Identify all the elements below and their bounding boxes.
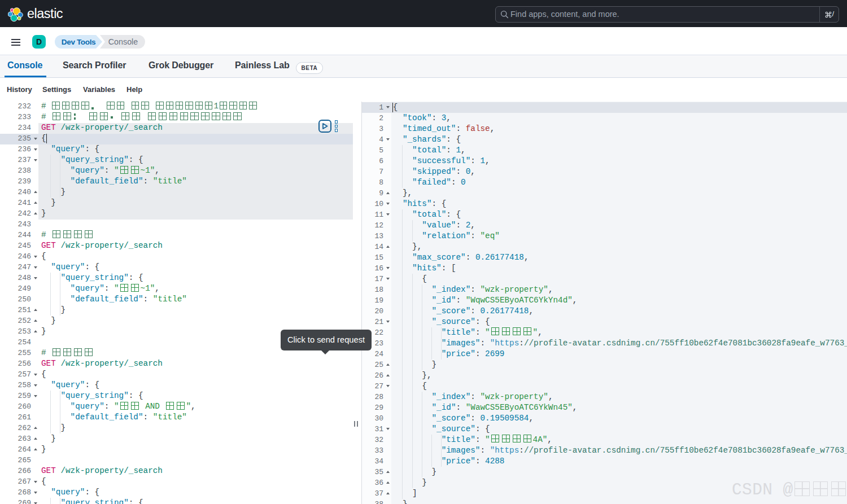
svg-text:Console: Console: [108, 37, 138, 46]
svg-text:Dev Tools: Dev Tools: [62, 38, 95, 46]
